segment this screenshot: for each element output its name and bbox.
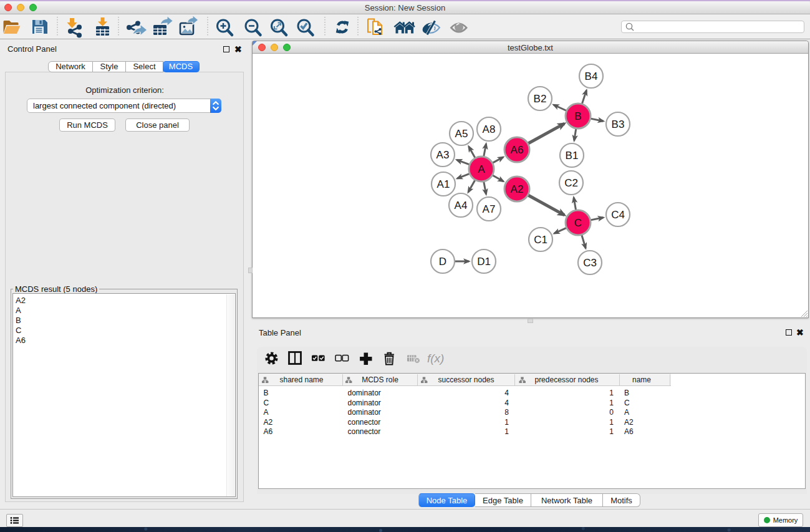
svg-text:C: C	[574, 217, 582, 229]
svg-text:predecessor nodes: predecessor nodes	[534, 375, 598, 384]
svg-text:MCDS role: MCDS role	[362, 375, 398, 384]
svg-text:B1: B1	[566, 150, 579, 162]
svg-text:B4: B4	[585, 70, 598, 82]
svg-text:C3: C3	[583, 257, 597, 269]
svg-text:A3: A3	[436, 149, 450, 161]
svg-text:B2: B2	[534, 93, 547, 105]
svg-text:A: A	[478, 163, 485, 175]
svg-text:D1: D1	[477, 256, 491, 268]
svg-text:A8: A8	[483, 123, 496, 135]
svg-text:successor nodes: successor nodes	[438, 375, 494, 384]
svg-text:C1: C1	[534, 234, 547, 246]
svg-text:C2: C2	[564, 177, 578, 189]
svg-text:A6: A6	[511, 144, 524, 156]
svg-text:A2: A2	[511, 183, 524, 195]
svg-text:A5: A5	[455, 128, 468, 140]
svg-text:name: name	[632, 375, 651, 384]
svg-text:B3: B3	[612, 118, 625, 130]
svg-text:A4: A4	[455, 200, 468, 211]
svg-text:A1: A1	[437, 178, 450, 190]
svg-text:D: D	[439, 256, 446, 268]
svg-text:B: B	[574, 110, 581, 122]
svg-text:A7: A7	[483, 203, 496, 215]
svg-text:C4: C4	[611, 209, 625, 221]
svg-text:f(x): f(x)	[427, 352, 444, 365]
svg-text:shared name: shared name	[279, 375, 323, 384]
